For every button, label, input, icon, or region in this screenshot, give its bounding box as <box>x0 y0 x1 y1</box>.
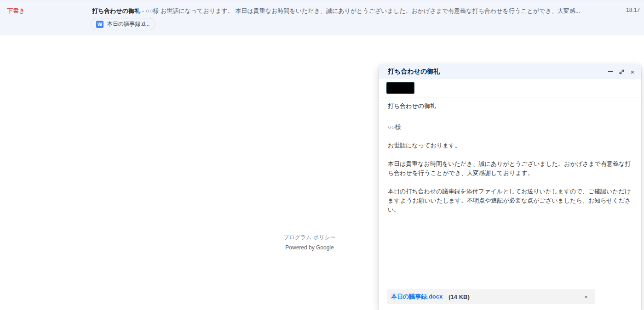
minimize-icon[interactable] <box>606 68 615 76</box>
mail-snippet: ○○様 お世話になっております。 本日は貴重なお時間をいただき、誠にありがとうご… <box>146 7 581 14</box>
attachment-filename-link[interactable]: 本日の議事録.docx <box>391 293 443 301</box>
compose-title: 打ち合わせの御礼 <box>388 68 606 76</box>
mail-subject-snippet: 打ち合わせの御礼 - ○○様 お世話になっております。 本日は貴重なお時間をいた… <box>92 6 621 16</box>
popout-icon[interactable] <box>617 68 626 76</box>
remove-attachment-icon[interactable]: × <box>582 293 590 301</box>
mail-time: 18:17 <box>626 7 640 13</box>
close-icon[interactable]: × <box>628 68 637 76</box>
draft-label: 下書き <box>7 6 25 16</box>
attachment-size: (14 KB) <box>448 293 470 300</box>
subject-field-value: 打ち合わせの御礼 <box>388 102 436 110</box>
powered-by-google: Powered by Google <box>254 244 365 251</box>
compose-body-editor[interactable]: ○○様 お世話になっております。 本日は貴重なお時間をいただき、誠にありがとうご… <box>379 115 641 225</box>
compose-header[interactable]: 打ち合わせの御礼 × <box>379 64 641 79</box>
program-policy-link[interactable]: プログラム ポリシー <box>283 234 336 241</box>
attachment-bar: 本日の議事録.docx (14 KB) × <box>387 289 595 304</box>
list-footer: プログラム ポリシー Powered by Google <box>254 233 365 251</box>
mail-subject: 打ち合わせの御礼 <box>92 7 140 14</box>
subject-separator: - <box>140 7 146 14</box>
subject-field[interactable]: 打ち合わせの御礼 <box>379 97 641 115</box>
compose-window: 打ち合わせの御礼 × 打ち合わせの御礼 ○○様 お世話になっております。 本日は… <box>379 64 641 310</box>
recipient-field[interactable] <box>379 79 641 97</box>
recipient-redacted-box <box>386 82 414 94</box>
compose-window-controls: × <box>606 68 637 76</box>
attachment-chip[interactable]: W 本日の議事録.d... <box>91 18 155 30</box>
draft-mail-row[interactable]: 下書き 打ち合わせの御礼 - ○○様 お世話になっております。 本日は貴重なお時… <box>0 0 644 35</box>
word-file-icon: W <box>96 21 104 28</box>
gmail-screen: 下書き 打ち合わせの御礼 - ○○様 お世話になっております。 本日は貴重なお時… <box>0 0 644 310</box>
attachment-chip-label: 本日の議事録.d... <box>107 20 150 28</box>
